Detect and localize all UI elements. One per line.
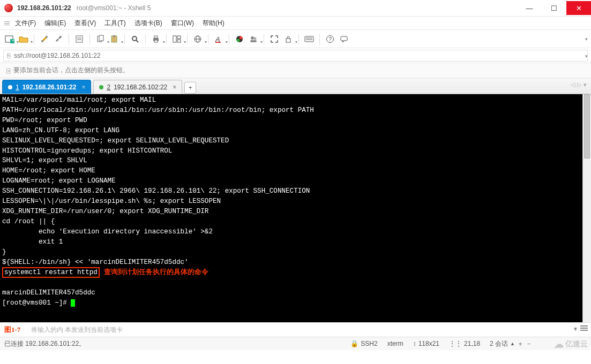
tab-index: 1 [16,84,19,91]
status-pos: 21,18 [464,340,480,347]
session-tab-1[interactable]: 1 192.168.26.101:22 × [2,80,91,94]
svg-rect-12 [113,35,115,37]
window-close-button[interactable]: ✕ [566,1,591,15]
terminal-cursor [71,299,75,307]
menubar: 文件(F) 编辑(E) 查看(V) 工具(T) 选项卡(B) 窗口(W) 帮助(… [0,16,591,30]
tab-label: 192.168.26.102:22 [114,84,167,91]
help-icon[interactable]: ? [325,34,335,44]
chat-icon[interactable] [339,34,349,44]
window-minimize-button[interactable]: — [517,1,542,15]
svg-rect-20 [177,40,181,42]
session-tabs-bar: 1 192.168.26.101:22 × 2 192.168.26.102:2… [0,78,591,94]
hint-arrow-icon[interactable]: ⍈ [6,67,10,74]
svg-rect-17 [154,40,158,42]
status-dot-icon [99,85,103,89]
status-connection: 已连接 192.168.26.101:22。 [4,339,85,348]
tab-add-button[interactable]: + [184,82,196,94]
sessions-add-icon[interactable]: ＋ [517,339,523,348]
figure-label: 图1-7 [4,325,20,335]
tabs-next-icon[interactable]: ▷ [577,81,581,88]
menu-toggle-icon[interactable] [4,21,10,25]
users-icon[interactable] [248,34,259,44]
highlighted-command: systemctl restart httpd [2,267,100,278]
svg-point-27 [251,36,254,40]
toolbar: + A ? ▾ [0,30,591,48]
compose-placeholder[interactable]: 将输入的内 本发送到当前选项卡 [5,325,123,335]
tab-label: 192.168.26.101:22 [23,84,77,91]
svg-rect-36 [341,36,347,41]
svg-point-3 [41,40,43,42]
status-size: 118x21 [418,340,439,347]
sessions-remove-icon[interactable]: － [526,339,532,348]
svg-rect-31 [305,36,313,42]
tabs-overflow-icon[interactable]: ▾ [583,81,587,88]
menu-tools[interactable]: 工具(T) [101,17,129,29]
svg-point-28 [254,37,257,40]
window-titlebar: 192.168.26.101:22 root@vms001:~ - Xshell… [0,0,591,16]
hint-text: 要添加当前会话，点击左侧的箭头按钮。 [13,66,129,75]
encoding-icon[interactable] [192,34,203,44]
properties-icon[interactable] [74,34,85,44]
svg-rect-30 [286,39,290,42]
svg-line-14 [136,40,138,42]
size-icon: ↕ [413,340,416,347]
terminal-scrollbar[interactable] [582,94,591,322]
svg-point-4 [46,36,48,38]
status-term: xterm [387,340,403,347]
menu-file[interactable]: 文件(F) [12,17,39,29]
compose-bar: 图1-7 将输入的内 本发送到当前选项卡 ▼ [0,322,591,337]
fullscreen-icon[interactable] [269,34,280,44]
menu-window[interactable]: 窗口(W) [168,17,197,29]
hint-bar: ⍈ 要添加当前会话，点击左侧的箭头按钮。 [0,63,591,78]
menu-tabs[interactable]: 选项卡(B) [131,17,166,29]
svg-text:+: + [12,38,14,43]
tab-close-icon[interactable]: × [81,84,85,91]
toolbar-overflow-icon[interactable]: ▾ [585,36,588,42]
pos-icon: ⋮⋮ [449,340,462,347]
menu-edit[interactable]: 编辑(E) [41,17,69,29]
paste-icon[interactable] [109,34,119,44]
compose-dropdown-icon[interactable]: ▼ [573,326,578,332]
tabs-prev-icon[interactable]: ◁ [571,81,575,88]
open-folder-icon[interactable] [18,34,29,44]
session-tab-2[interactable]: 2 192.168.26.102:22 × [93,80,182,94]
scrollbar-thumb[interactable] [584,94,590,158]
address-text: ssh://root@192.168.26.101:22 [14,52,101,59]
link-icon: ⎘ [7,52,11,59]
cloud-icon: ☁ [554,338,564,350]
keyboard-icon[interactable] [304,34,315,44]
color-icon[interactable] [234,34,245,44]
app-icon [4,4,13,12]
svg-rect-19 [177,36,181,39]
status-dot-icon [8,85,12,89]
window-controls: — ☐ ✕ [517,1,591,15]
status-sessions-label: 2 会话 [490,339,508,348]
title-rest: root@vms001:~ - Xshell 5 [77,4,151,12]
menu-view[interactable]: 查看(V) [71,17,99,29]
address-input[interactable]: ⎘ ssh://root@192.168.26.101:22 [3,50,588,62]
svg-rect-16 [154,36,158,38]
highlight-annotation: 查询到计划任务执行的具体的命令 [104,268,208,276]
window-maximize-button[interactable]: ☐ [542,1,566,15]
new-session-icon[interactable]: + [4,34,15,44]
compose-menu-icon[interactable] [580,325,588,331]
status-bar: 已连接 192.168.26.101:22。 🔒SSH2 xterm ↕118x… [0,337,591,350]
svg-rect-29 [250,40,257,42]
layout-icon[interactable] [171,34,182,44]
lock-icon[interactable] [283,34,294,44]
svg-text:?: ? [329,36,332,42]
search-icon[interactable] [130,34,140,44]
reconnect-icon[interactable] [39,34,50,44]
copy-icon[interactable] [95,34,106,44]
tab-close-icon[interactable]: × [173,84,176,91]
font-icon[interactable]: A [213,34,224,44]
disconnect-icon[interactable] [53,34,64,44]
title-host: 192.168.26.101:22 [17,4,71,12]
svg-point-13 [132,36,137,41]
addressbar-overflow-icon[interactable]: ▾ [585,54,588,59]
print-icon[interactable] [151,34,161,44]
status-proto: SSH2 [361,340,377,347]
menu-help[interactable]: 帮助(H) [199,17,228,29]
terminal-output[interactable]: MAIL=/var/spool/mail/root; export MAIL P… [0,94,582,322]
svg-point-5 [59,36,62,38]
